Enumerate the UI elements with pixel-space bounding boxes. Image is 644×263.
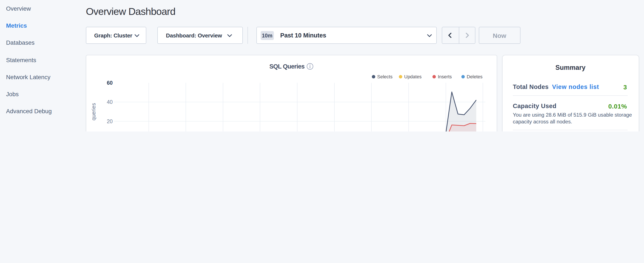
svg-text:Deletes: Deletes xyxy=(466,74,482,79)
svg-text:Updates: Updates xyxy=(404,74,422,79)
svg-text:queries: queries xyxy=(90,103,96,120)
svg-text:Inserts: Inserts xyxy=(438,74,452,79)
svg-text:20: 20 xyxy=(106,118,112,124)
svg-text:60: 60 xyxy=(106,80,112,86)
svg-text:Selects: Selects xyxy=(377,74,392,79)
svg-text:40: 40 xyxy=(106,99,112,105)
